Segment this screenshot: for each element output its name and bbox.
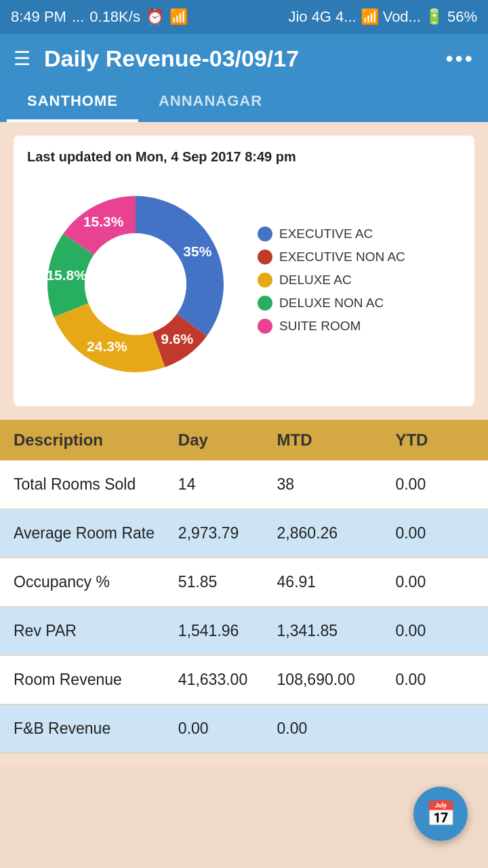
row-mtd: 108,690.00 (277, 671, 396, 689)
overflow-menu-button[interactable]: ••• (445, 46, 474, 71)
svg-text:15.8%: 15.8% (46, 267, 87, 283)
header: ☰ Daily Revenue-03/09/17 ••• (0, 34, 488, 83)
legend-dot-deluxe-non-ac (258, 296, 272, 311)
svg-text:35%: 35% (183, 243, 211, 259)
status-left: 8:49 PM ... 0.18K/s ⏰ 📶 (11, 8, 188, 26)
legend-item-deluxe-non-ac: DELUXE NON AC (258, 296, 461, 311)
legend-dot-suite-room (258, 319, 272, 334)
battery-level: 56% (447, 8, 477, 26)
svg-text:24.3%: 24.3% (87, 338, 127, 354)
hamburger-menu-button[interactable]: ☰ (14, 47, 30, 70)
table-row: Average Room Rate 2,973.79 2,860.26 0.00 (0, 509, 488, 558)
table-row: F&B Revenue 0.00 0.00 (0, 705, 488, 753)
header-description: Description (14, 431, 178, 450)
wifi-icon: 📶 (169, 8, 188, 26)
status-right: Jio 4G 4... 📶 Vod... 🔋 56% (288, 8, 477, 26)
table-row: Room Revenue 41,633.00 108,690.00 0.00 (0, 656, 488, 705)
row-ytd: 0.00 (395, 524, 474, 542)
legend-label-executive-ac: EXECUTIVE AC (279, 226, 373, 241)
tab-bar: SANTHOME ANNANAGAR (0, 83, 488, 122)
legend-dot-deluxe-ac (258, 273, 272, 288)
donut-chart: 35%9.6%24.3%15.8%15.3% (27, 176, 244, 393)
signal-icon2: 📶 (361, 8, 379, 26)
row-day: 51.85 (178, 573, 277, 591)
legend-label-deluxe-non-ac: DELUXE NON AC (279, 296, 384, 311)
chart-card: Last updated on Mon, 4 Sep 2017 8:49 pm … (14, 136, 474, 406)
header-day: Day (178, 431, 277, 450)
network-speed: 0.18K/s (89, 8, 140, 26)
chart-section: Last updated on Mon, 4 Sep 2017 8:49 pm … (0, 122, 488, 420)
tab-annanagar[interactable]: ANNANAGAR (138, 83, 283, 122)
row-description: Total Rooms Sold (14, 475, 178, 494)
row-ytd: 0.00 (395, 671, 474, 689)
row-description: Rev PAR (14, 622, 178, 640)
legend-item-executive-non-ac: EXECUTIVE NON AC (258, 250, 461, 264)
legend-item-executive-ac: EXECUTIVE AC (258, 226, 461, 241)
svg-text:9.6%: 9.6% (161, 331, 193, 347)
table-row: Total Rooms Sold 14 38 0.00 (0, 460, 488, 509)
legend-item-deluxe-ac: DELUXE AC (258, 273, 461, 288)
legend-dot-executive-ac (258, 226, 272, 241)
row-ytd: 0.00 (395, 573, 474, 591)
legend-label-suite-room: SUITE ROOM (279, 319, 361, 334)
chart-content: 35%9.6%24.3%15.8%15.3% EXECUTIVE AC EXEC… (27, 176, 461, 393)
row-description: Average Room Rate (14, 524, 178, 542)
tab-santhome[interactable]: SANTHOME (7, 83, 138, 122)
row-mtd: 1,341.85 (277, 622, 396, 640)
header-mtd: MTD (277, 431, 396, 450)
table-row: Occupancy % 51.85 46.91 0.00 (0, 558, 488, 607)
svg-point-5 (85, 233, 186, 335)
row-day: 41,633.00 (178, 671, 277, 689)
row-ytd: 0.00 (395, 622, 474, 640)
table-header-row: Description Day MTD YTD (0, 420, 488, 460)
table-row: Rev PAR 1,541.96 1,341.85 0.00 (0, 607, 488, 656)
legend-dot-executive-non-ac (258, 250, 272, 264)
status-bar: 8:49 PM ... 0.18K/s ⏰ 📶 Jio 4G 4... 📶 Vo… (0, 0, 488, 34)
last-updated-text: Last updated on Mon, 4 Sep 2017 8:49 pm (27, 149, 461, 165)
header-ytd: YTD (395, 431, 474, 450)
row-mtd: 46.91 (277, 573, 396, 591)
row-ytd: 0.00 (395, 475, 474, 494)
row-day: 1,541.96 (178, 622, 277, 640)
calendar-icon: 📅 (426, 800, 456, 828)
revenue-table: Description Day MTD YTD Total Rooms Sold… (0, 420, 488, 767)
carrier2: Vod... (383, 8, 421, 26)
fab-button[interactable]: 📅 (413, 787, 468, 841)
row-day: 0.00 (178, 719, 277, 738)
time: 8:49 PM (11, 8, 66, 26)
row-mtd: 0.00 (277, 719, 396, 738)
row-day: 14 (178, 475, 277, 494)
row-mtd: 38 (277, 475, 396, 494)
row-description: Room Revenue (14, 671, 178, 689)
row-day: 2,973.79 (178, 524, 277, 542)
ellipsis: ... (72, 8, 84, 26)
carrier1: Jio 4G 4... (288, 8, 356, 26)
row-mtd: 2,860.26 (277, 524, 396, 542)
legend-label-deluxe-ac: DELUXE AC (279, 273, 352, 288)
row-description: F&B Revenue (14, 719, 178, 738)
chart-legend: EXECUTIVE AC EXECUTIVE NON AC DELUXE AC … (258, 226, 461, 342)
legend-label-executive-non-ac: EXECUTIVE NON AC (279, 250, 405, 264)
page-title: Daily Revenue-03/09/17 (44, 45, 445, 72)
alarm-icon: ⏰ (146, 8, 164, 26)
battery-icon: 🔋 (425, 8, 443, 26)
row-description: Occupancy % (14, 573, 178, 591)
svg-text:15.3%: 15.3% (83, 214, 124, 229)
legend-item-suite-room: SUITE ROOM (258, 319, 461, 334)
